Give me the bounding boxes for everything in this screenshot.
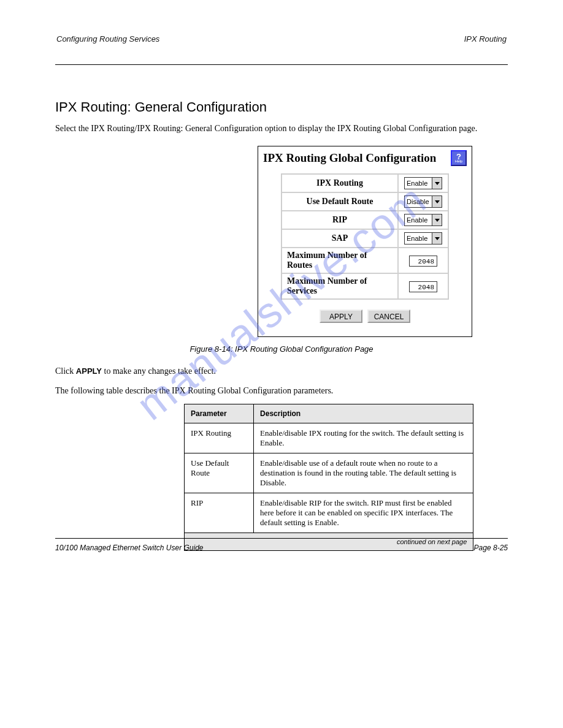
intro-text: Select the IPX Routing/IPX Routing: Gene… (55, 123, 508, 135)
label-max-routes: Maximum Number of Routes (282, 248, 398, 273)
row-default-route: Use Default Route Disable (282, 192, 448, 211)
parameter-table: Parameter Description IPX Routing Enable… (184, 404, 473, 551)
chevron-down-icon (432, 233, 442, 244)
col-description: Description (254, 404, 473, 423)
help-button[interactable]: ? Help (451, 150, 467, 166)
page: Configuring Routing Services IPX Routing… (0, 0, 563, 582)
row-ipx-routing: IPX Routing Enable (282, 174, 448, 192)
section-heading: IPX Routing: General Configuration (55, 99, 508, 115)
chevron-down-icon (432, 214, 442, 226)
row-sap: SAP Enable (282, 229, 448, 248)
figure-caption: Figure 8-14: IPX Routing Global Configur… (55, 344, 508, 354)
table-row: RIP Enable/disable RIP for the switch. R… (185, 493, 473, 533)
config-form-table: IPX Routing Enable Use Default Route Dis… (281, 173, 449, 300)
select-rip[interactable]: Enable (404, 214, 442, 226)
label-sap: SAP (282, 229, 398, 248)
param-desc: Enable/disable RIP for the switch. RIP m… (254, 493, 473, 533)
param-name: IPX Routing (185, 423, 254, 453)
footer-right: Page 8-25 (474, 544, 508, 552)
table-row: IPX Routing Enable/disable IPX routing f… (185, 423, 473, 453)
table-header: Parameter Description (185, 404, 473, 423)
select-default-route[interactable]: Disable (404, 195, 442, 208)
click-instruction: Click APPLY to make any changes take eff… (55, 365, 508, 378)
row-max-routes: Maximum Number of Routes 2048 (282, 248, 448, 273)
chevron-down-icon (432, 196, 442, 207)
select-sap[interactable]: Enable (404, 232, 442, 245)
label-ipx-routing: IPX Routing (282, 174, 398, 192)
footer-left: 10/100 Managed Ethernet Switch User Guid… (55, 544, 203, 552)
apply-button[interactable]: APPLY (320, 309, 362, 323)
row-max-services: Maximum Number of Services 2048 (282, 273, 448, 299)
input-max-services[interactable]: 2048 (409, 281, 437, 292)
help-label: Help (455, 160, 462, 163)
label-default-route: Use Default Route (282, 192, 398, 211)
header-rule (55, 64, 508, 65)
row-rip: RIP Enable (282, 211, 448, 229)
footer-rule (55, 538, 508, 539)
param-desc: Enable/disable IPX routing for the switc… (254, 423, 473, 453)
col-parameter: Parameter (185, 404, 254, 423)
param-desc: Enable/disable use of a default route wh… (254, 453, 473, 493)
window-title: IPX Routing Global Configuration (263, 151, 436, 165)
cancel-button[interactable]: CANCEL (367, 309, 410, 323)
param-name: Use Default Route (185, 453, 254, 493)
button-row: APPLY CANCEL (262, 307, 468, 323)
window-titlebar: IPX Routing Global Configuration ? Help (262, 150, 468, 170)
running-header: Configuring Routing Services IPX Routing (55, 34, 508, 47)
header-left: Configuring Routing Services (56, 34, 159, 44)
param-intro-text: The following table describes the IPX Ro… (55, 384, 508, 398)
label-rip: RIP (282, 211, 398, 229)
table-row: Use Default Route Enable/disable use of … (185, 453, 473, 493)
header-right: IPX Routing (464, 34, 507, 44)
chevron-down-icon (432, 178, 442, 189)
ipx-config-window: IPX Routing Global Configuration ? Help … (258, 146, 472, 337)
label-max-services: Maximum Number of Services (282, 273, 398, 299)
input-max-routes[interactable]: 2048 (409, 256, 437, 267)
page-footer: 10/100 Managed Ethernet Switch User Guid… (55, 538, 508, 552)
select-ipx-routing[interactable]: Enable (404, 177, 442, 189)
param-name: RIP (185, 493, 254, 533)
